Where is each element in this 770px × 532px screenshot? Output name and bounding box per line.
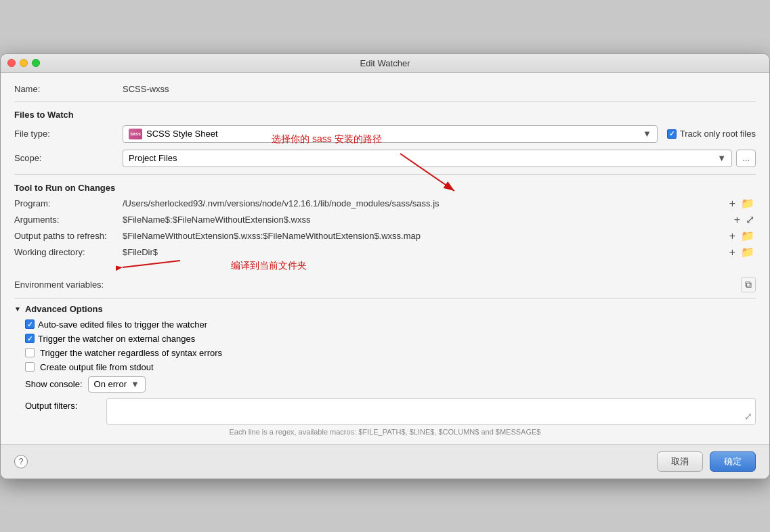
output-filters-area[interactable]: ⤢ <box>106 398 756 425</box>
working-dir-add-button[interactable]: + <box>728 247 737 258</box>
annotation-path-arrow <box>393 147 475 201</box>
name-label: Name: <box>14 84 123 94</box>
annotation-path: 选择你的 sass 安装的路径 <box>272 133 382 146</box>
trigger-syntax-label: Trigger the watcher regardless of syntax… <box>40 348 222 358</box>
name-row: Name: SCSS-wxss <box>14 84 756 94</box>
trigger-syntax-row: Trigger the watcher regardless of syntax… <box>14 348 756 358</box>
arguments-label: Arguments: <box>14 215 123 225</box>
window-controls <box>7 59 40 67</box>
trigger-external-label: Trigger the watcher on external changes <box>38 334 195 344</box>
dropdown-arrow-icon: ▼ <box>643 129 651 139</box>
annotation-dir-text: 编译到当前文件夹 <box>231 260 307 272</box>
auto-save-label: Auto-save edited files to trigger the wa… <box>38 319 207 330</box>
file-type-row: File type: sass SCSS Style Sheet ▼ Track… <box>14 125 756 143</box>
output-paths-label: Output paths to refresh: <box>14 231 123 241</box>
titlebar: Edit Watcher <box>1 54 769 73</box>
file-type-dropdown[interactable]: sass SCSS Style Sheet ▼ <box>123 125 658 143</box>
program-action-btns: + 📁 <box>728 198 756 209</box>
console-value: On error <box>94 379 127 389</box>
output-paths-folder-button[interactable]: 📁 <box>740 231 756 242</box>
working-dir-value: $FileDir$ <box>123 247 723 257</box>
files-to-watch-header: Files to Watch <box>14 110 756 120</box>
arguments-expand-button[interactable]: ⤢ <box>744 215 756 225</box>
env-vars-label: Environment variables: <box>14 280 123 290</box>
maximize-button[interactable] <box>32 59 40 67</box>
edit-watcher-dialog: Edit Watcher Name: SCSS-wxss Files to Wa… <box>0 53 770 479</box>
auto-save-row: Auto-save edited files to trigger the wa… <box>14 319 756 330</box>
close-button[interactable] <box>7 59 16 67</box>
name-value: SCSS-wxss <box>123 84 756 94</box>
track-only-container: Track only root files <box>667 129 756 139</box>
window-title: Edit Watcher <box>360 58 410 68</box>
create-output-label: Create output file from stdout <box>40 362 154 372</box>
scope-row: Scope: Project Files ▼ ... <box>14 150 756 167</box>
dialog-footer: ? 取消 确定 <box>1 444 769 479</box>
minimize-button[interactable] <box>20 59 28 67</box>
trigger-syntax-checkbox[interactable] <box>25 348 35 357</box>
program-row: Program: /Users/sherlocked93/.nvm/versio… <box>14 198 756 209</box>
track-only-label: Track only root files <box>680 129 756 139</box>
collapse-triangle-icon: ▼ <box>14 305 21 313</box>
dialog-content: Name: SCSS-wxss Files to Watch File type… <box>1 73 769 444</box>
output-filters-row: Output filters: ⤢ <box>14 398 756 425</box>
program-add-button[interactable]: + <box>728 198 737 209</box>
show-console-label: Show console: <box>25 379 83 389</box>
arguments-value: $FileName$:$FileNameWithoutExtension$.wx… <box>123 215 727 225</box>
advanced-options-toggle[interactable]: ▼ Advanced Options <box>14 304 756 314</box>
env-vars-copy-button[interactable]: ⧉ <box>741 277 756 292</box>
arguments-row: Arguments: $FileName$:$FileNameWithoutEx… <box>14 215 756 225</box>
console-dropdown-arrow-icon: ▼ <box>131 379 140 389</box>
output-paths-action-btns: + 📁 <box>728 231 756 242</box>
output-filters-expand-button[interactable]: ⤢ <box>744 411 752 422</box>
file-type-value: SCSS Style Sheet <box>146 129 218 139</box>
create-output-row: Create output file from stdout <box>14 362 756 372</box>
working-dir-action-btns: + 📁 <box>728 247 756 258</box>
help-button[interactable]: ? <box>14 455 28 468</box>
auto-save-checkbox[interactable] <box>25 319 35 329</box>
footer-buttons: 取消 确定 <box>657 451 756 472</box>
scope-value: Project Files <box>129 153 177 163</box>
output-filters-label: Output filters: <box>25 398 106 411</box>
trigger-external-row: Trigger the watcher on external changes <box>14 334 756 344</box>
output-paths-add-button[interactable]: + <box>728 231 737 242</box>
program-label: Program: <box>14 198 123 208</box>
arguments-add-button[interactable]: + <box>733 215 742 225</box>
filters-hint: Each line is a regex, available macros: … <box>14 428 756 436</box>
cancel-button[interactable]: 取消 <box>657 451 703 472</box>
annotation-dir-container: 编译到当前文件夹 <box>14 263 756 277</box>
scss-icon: sass <box>129 129 142 139</box>
svg-line-1 <box>400 154 454 191</box>
advanced-options-label: Advanced Options <box>25 304 103 314</box>
program-folder-button[interactable]: 📁 <box>740 198 756 209</box>
working-dir-row: Working directory: $FileDir$ + 📁 <box>14 247 756 258</box>
ok-button[interactable]: 确定 <box>710 451 756 472</box>
advanced-options-section: ▼ Advanced Options Auto-save edited file… <box>14 304 756 436</box>
scope-dropdown-arrow-icon: ▼ <box>717 153 726 163</box>
output-paths-row: Output paths to refresh: $FileNameWithou… <box>14 231 756 242</box>
file-type-label: File type: <box>14 129 123 139</box>
working-dir-label: Working directory: <box>14 247 123 257</box>
scope-label: Scope: <box>14 153 123 163</box>
tool-to-run-header: Tool to Run on Changes <box>14 183 756 193</box>
console-dropdown[interactable]: On error ▼ <box>88 376 146 393</box>
create-output-checkbox[interactable] <box>25 362 35 372</box>
show-console-row: Show console: On error ▼ <box>14 376 756 393</box>
track-only-checkbox[interactable] <box>667 129 677 139</box>
working-dir-folder-button[interactable]: 📁 <box>740 247 756 258</box>
output-paths-value: $FileNameWithoutExtension$.wxss:$FileNam… <box>123 231 723 241</box>
scope-browse-button[interactable]: ... <box>736 150 756 167</box>
trigger-external-checkbox[interactable] <box>25 334 35 343</box>
arguments-action-btns: + ⤢ <box>733 215 756 225</box>
